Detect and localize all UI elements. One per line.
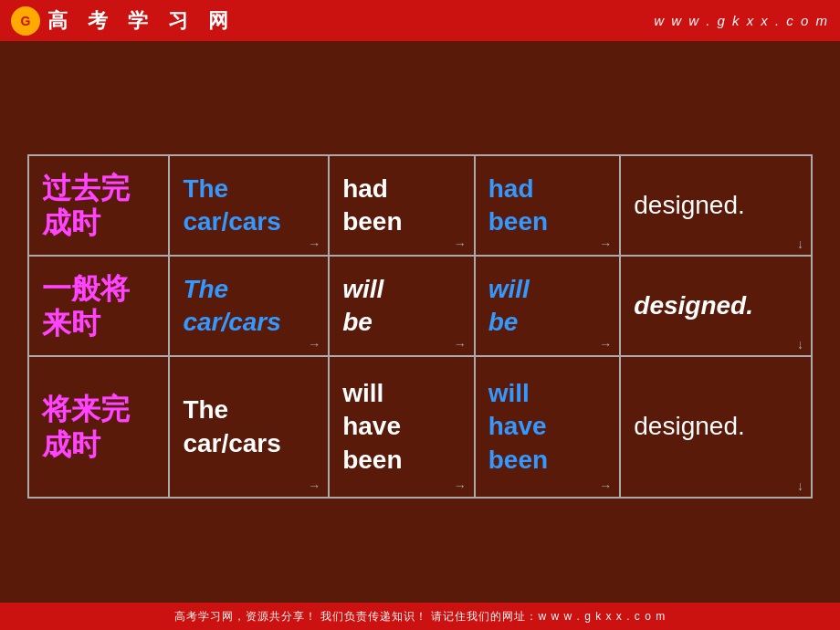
be-text-3: willhavebeen — [488, 377, 607, 477]
pp-text-1: designed. — [634, 189, 798, 222]
arrow-9 — [308, 478, 320, 493]
table-row: 一般将来时 Thecar/cars willbe willbe designed… — [28, 256, 812, 356]
header: G 高 考 学 习 网 w w w . g k x x . c o m — [0, 0, 840, 41]
subject-text-2: Thecar/cars — [183, 273, 315, 340]
arrow-4 — [797, 236, 803, 251]
arrow-12 — [797, 478, 803, 493]
main-content: 过去完成时 Thecar/cars hadbeen hadbeen design… — [0, 41, 840, 603]
footer: 高考学习网，资源共分享！ 我们负责传递知识！ 请记住我们的网址：w w w . … — [0, 603, 840, 630]
aux-text-1: hadbeen — [342, 173, 461, 239]
arrow-6 — [454, 337, 467, 352]
arrow-11 — [599, 478, 612, 493]
table-row: 过去完成时 Thecar/cars hadbeen hadbeen design… — [28, 155, 812, 256]
label-cell-3: 将来完成时 — [28, 356, 169, 498]
tense-label-3: 将来完成时 — [42, 392, 155, 462]
header-url: w w w . g k x x . c o m — [654, 13, 829, 28]
tense-label-1: 过去完成时 — [42, 171, 155, 241]
arrow-5 — [308, 337, 320, 352]
subject-text-1: Thecar/cars — [183, 173, 315, 239]
arrow-10 — [454, 478, 467, 493]
site-title: 高 考 学 习 网 — [47, 7, 236, 35]
arrow-8 — [797, 337, 803, 352]
aux-text-3: willhavebeen — [342, 377, 461, 477]
label-cell-2: 一般将来时 — [28, 256, 169, 356]
pp-cell-3: designed. — [620, 356, 812, 498]
be-cell-3: willhavebeen — [475, 356, 621, 498]
grammar-table: 过去完成时 Thecar/cars hadbeen hadbeen design… — [27, 154, 813, 499]
be-cell-2: willbe — [475, 256, 621, 356]
table-row: 将来完成时 Thecar/cars willhavebeen willhaveb… — [28, 356, 812, 498]
footer-text: 高考学习网，资源共分享！ 我们负责传递知识！ 请记住我们的网址：w w w . … — [174, 609, 666, 625]
subject-text-3: Thecar/cars — [183, 394, 315, 460]
aux-cell-1: hadbeen — [329, 155, 475, 256]
subject-cell-2: Thecar/cars — [169, 256, 329, 356]
be-text-2: willbe — [488, 273, 607, 340]
be-cell-1: hadbeen — [475, 155, 621, 256]
label-cell-1: 过去完成时 — [28, 155, 169, 256]
aux-cell-3: willhavebeen — [329, 356, 475, 498]
header-left: G 高 考 学 习 网 — [11, 6, 236, 36]
pp-text-3: designed. — [634, 410, 798, 443]
pp-text-2: designed. — [634, 289, 798, 322]
pp-cell-1: designed. — [620, 155, 812, 256]
aux-text-2: willbe — [342, 273, 461, 340]
tense-label-2: 一般将来时 — [42, 271, 155, 341]
arrow-3 — [599, 236, 612, 251]
pp-cell-2: designed. — [620, 256, 812, 356]
subject-cell-1: Thecar/cars — [169, 155, 329, 256]
aux-cell-2: willbe — [329, 256, 475, 356]
subject-cell-3: Thecar/cars — [169, 356, 329, 498]
arrow-1 — [308, 236, 320, 251]
logo: G — [11, 6, 40, 36]
be-text-1: hadbeen — [488, 173, 607, 239]
arrow-2 — [454, 236, 467, 251]
arrow-7 — [599, 337, 612, 352]
